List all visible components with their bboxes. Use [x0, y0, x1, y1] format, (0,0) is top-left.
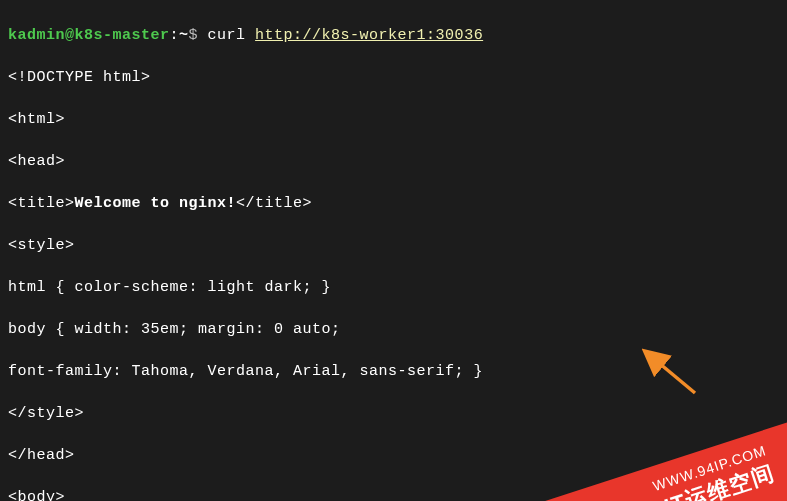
output-line: <title>Welcome to nginx!</title> [8, 193, 779, 214]
svg-line-0 [647, 353, 695, 393]
command-url: http://k8s-worker1:30036 [255, 27, 483, 44]
command: curl [208, 27, 256, 44]
output-line: <!DOCTYPE html> [8, 67, 779, 88]
output-line: html { color-scheme: light dark; } [8, 277, 779, 298]
prompt-path: ~ [179, 27, 189, 44]
output-line: <body> [8, 487, 779, 501]
annotation-arrow-icon [635, 345, 705, 407]
prompt-line[interactable]: kadmin@k8s-master:~$ curl http://k8s-wor… [8, 25, 779, 46]
output-line: <html> [8, 109, 779, 130]
terminal-output: kadmin@k8s-master:~$ curl http://k8s-wor… [0, 0, 787, 501]
prompt-user-host: kadmin@k8s-master [8, 27, 170, 44]
output-line: <head> [8, 151, 779, 172]
output-line: body { width: 35em; margin: 0 auto; [8, 319, 779, 340]
output-line: <style> [8, 235, 779, 256]
output-line: </head> [8, 445, 779, 466]
